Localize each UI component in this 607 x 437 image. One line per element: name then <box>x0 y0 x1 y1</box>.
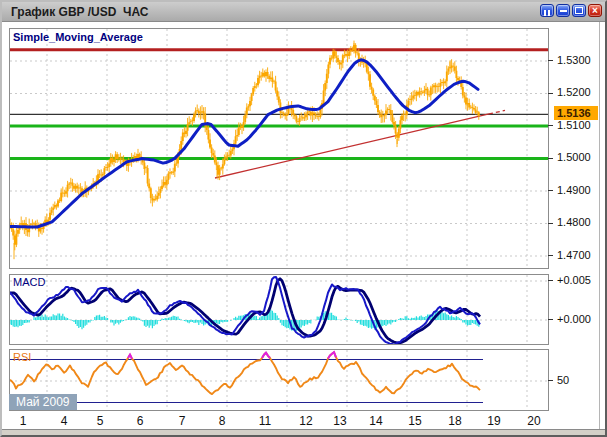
date-tick-label: 11 <box>259 414 271 428</box>
chart-window: График GBP /USD ЧАС × Simple_Moving_Aver… <box>0 0 607 437</box>
price-chart-canvas[interactable] <box>10 29 548 268</box>
axis-tick-mark <box>548 223 553 224</box>
axis-tick-mark <box>548 319 553 320</box>
price-tick-label: 1.5300 <box>557 54 591 67</box>
date-tick-label: 18 <box>448 414 461 428</box>
axis-tick-mark <box>548 60 553 61</box>
price-tick-label: 1.4700 <box>557 249 591 262</box>
macd-panel[interactable]: MACD <box>9 274 549 345</box>
date-tick-label: 8 <box>219 414 226 428</box>
date-tick-label: 14 <box>369 414 382 428</box>
window-right-edge <box>599 22 600 430</box>
date-tick-label: 13 <box>333 414 346 428</box>
rsi-panel[interactable]: RSI <box>9 349 549 411</box>
rsi-canvas[interactable] <box>10 350 548 410</box>
time-axis[interactable]: 1456781112131415181920 <box>2 413 548 430</box>
price-tick-label: 1.5100 <box>557 119 591 132</box>
title-bar[interactable]: График GBP /USD ЧАС <box>2 2 605 22</box>
date-tick-label: 12 <box>299 414 312 428</box>
macd-indicator-label: MACD <box>13 276 45 288</box>
sma-indicator-label: Simple_Moving_Average <box>13 31 143 43</box>
date-tick-label: 1 <box>20 414 27 428</box>
date-tick-label: 5 <box>97 414 104 428</box>
price-tick-label: 1.4900 <box>557 184 591 197</box>
date-tick-label: 7 <box>179 414 186 428</box>
rsi-tick-label: 50 <box>557 374 569 387</box>
date-tick-label: 4 <box>61 414 68 428</box>
macd-tick-label: +0.000 <box>557 313 591 326</box>
axis-tick-mark <box>548 255 553 256</box>
price-tick-label: 1.5000 <box>557 151 591 164</box>
date-tick-label: 15 <box>408 414 421 428</box>
axis-tick-mark <box>548 190 553 191</box>
axis-tick-mark <box>548 93 553 94</box>
date-tick-label: 6 <box>137 414 144 428</box>
rsi-indicator-label: RSI <box>13 351 31 363</box>
axis-tick-mark <box>548 380 553 381</box>
macd-canvas[interactable] <box>10 275 548 344</box>
axis-tick-mark <box>548 158 553 159</box>
price-tick-label: 1.4800 <box>557 216 591 229</box>
window-title: График GBP /USD ЧАС <box>2 5 149 19</box>
window-bottom-frame <box>2 429 605 435</box>
date-tick-label: 20 <box>527 414 540 428</box>
axis-tick-mark <box>548 280 553 281</box>
current-price-tag: 1.5136 <box>554 106 598 120</box>
price-tick-label: 1.5200 <box>557 86 591 99</box>
price-chart-panel[interactable]: Simple_Moving_Average <box>9 28 549 269</box>
date-tick-label: 19 <box>487 414 500 428</box>
axis-tick-mark <box>548 125 553 126</box>
macd-tick-label: +0.005 <box>557 274 591 287</box>
month-label: Май 2009 <box>9 394 77 410</box>
